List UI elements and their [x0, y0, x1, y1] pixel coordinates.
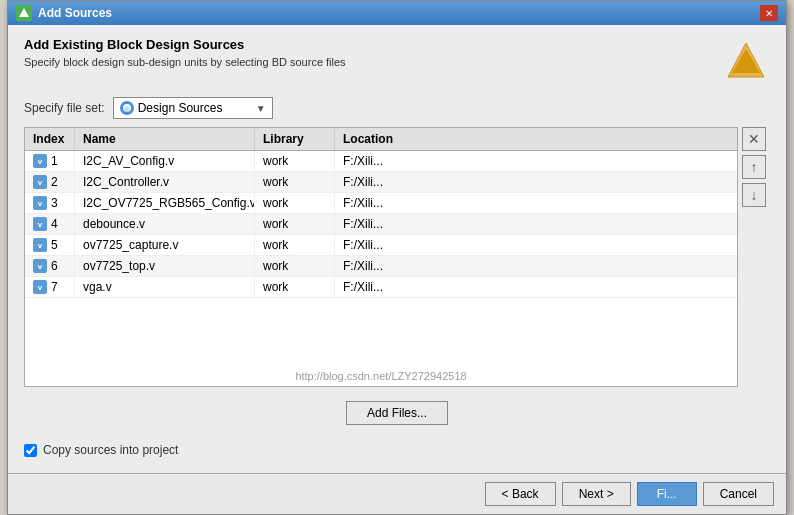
fileset-selected-value: Design Sources	[138, 101, 223, 115]
cell-name: vga.v	[75, 277, 255, 297]
cell-library: work	[255, 214, 335, 234]
index-value: 4	[51, 217, 58, 231]
verilog-file-icon: v	[33, 217, 47, 231]
verilog-file-icon: v	[33, 154, 47, 168]
header-title: Add Existing Block Design Sources	[24, 37, 722, 52]
add-files-row: Add Files...	[24, 395, 770, 431]
cell-index: v6	[25, 256, 75, 276]
back-button[interactable]: < Back	[485, 482, 556, 506]
copy-sources-checkbox[interactable]	[24, 444, 37, 457]
content-area: Add Existing Block Design Sources Specif…	[8, 25, 786, 473]
index-value: 3	[51, 196, 58, 210]
main-area: Index Name Library Location v1I2C_AV_Con…	[24, 127, 770, 387]
move-down-button[interactable]: ↓	[742, 183, 766, 207]
window-title: Add Sources	[38, 6, 112, 20]
cell-library: work	[255, 256, 335, 276]
cell-index: v5	[25, 235, 75, 255]
table-body: v1I2C_AV_Config.vworkF:/Xili...v2I2C_Con…	[25, 151, 737, 366]
watermark-text: http://blog.csdn.net/LZY272942518	[25, 366, 737, 386]
cell-location: F:/Xili...	[335, 214, 737, 234]
header-logo	[722, 37, 770, 85]
table-row[interactable]: v6ov7725_top.vworkF:/Xili...	[25, 256, 737, 277]
cell-name: I2C_Controller.v	[75, 172, 255, 192]
fileset-icon: ◎	[120, 101, 134, 115]
footer: < Back Next > Fi... Cancel	[8, 473, 786, 514]
index-value: 1	[51, 154, 58, 168]
cancel-button[interactable]: Cancel	[703, 482, 774, 506]
table-row[interactable]: v5ov7725_capture.vworkF:/Xili...	[25, 235, 737, 256]
cell-library: work	[255, 235, 335, 255]
side-buttons: ✕ ↑ ↓	[742, 127, 770, 387]
cell-location: F:/Xili...	[335, 193, 737, 213]
header-section: Add Existing Block Design Sources Specif…	[24, 37, 770, 85]
col-header-library: Library	[255, 128, 335, 150]
verilog-file-icon: v	[33, 280, 47, 294]
cell-library: work	[255, 277, 335, 297]
cell-index: v1	[25, 151, 75, 171]
table-row[interactable]: v7vga.vworkF:/Xili...	[25, 277, 737, 298]
cell-name: I2C_AV_Config.v	[75, 151, 255, 171]
add-files-button[interactable]: Add Files...	[346, 401, 448, 425]
index-value: 2	[51, 175, 58, 189]
index-value: 5	[51, 238, 58, 252]
next-button[interactable]: Next >	[562, 482, 631, 506]
file-table: Index Name Library Location v1I2C_AV_Con…	[24, 127, 738, 387]
dropdown-arrow-icon: ▼	[256, 103, 266, 114]
title-bar-left: Add Sources	[16, 5, 112, 21]
close-button[interactable]: ✕	[760, 5, 778, 21]
table-row[interactable]: v2I2C_Controller.vworkF:/Xili...	[25, 172, 737, 193]
index-value: 6	[51, 259, 58, 273]
cell-name: I2C_OV7725_RGB565_Config.v	[75, 193, 255, 213]
cell-index: v4	[25, 214, 75, 234]
cell-location: F:/Xili...	[335, 172, 737, 192]
copy-sources-row: Copy sources into project	[24, 439, 770, 461]
svg-marker-0	[19, 8, 29, 17]
fileset-row: Specify file set: ◎ Design Sources ▼	[24, 97, 770, 119]
cell-location: F:/Xili...	[335, 151, 737, 171]
col-header-name: Name	[75, 128, 255, 150]
verilog-file-icon: v	[33, 175, 47, 189]
table-row[interactable]: v1I2C_AV_Config.vworkF:/Xili...	[25, 151, 737, 172]
cell-location: F:/Xili...	[335, 235, 737, 255]
header-text: Add Existing Block Design Sources Specif…	[24, 37, 722, 68]
cell-index: v3	[25, 193, 75, 213]
main-window: Add Sources ✕ Add Existing Block Design …	[7, 0, 787, 515]
header-description: Specify block design sub-design units by…	[24, 56, 722, 68]
cell-name: ov7725_top.v	[75, 256, 255, 276]
verilog-file-icon: v	[33, 196, 47, 210]
move-up-button[interactable]: ↑	[742, 155, 766, 179]
cell-location: F:/Xili...	[335, 256, 737, 276]
index-value: 7	[51, 280, 58, 294]
copy-sources-label: Copy sources into project	[43, 443, 178, 457]
cell-name: ov7725_capture.v	[75, 235, 255, 255]
fileset-label: Specify file set:	[24, 101, 105, 115]
table-row[interactable]: v4debounce.vworkF:/Xili...	[25, 214, 737, 235]
title-bar: Add Sources ✕	[8, 1, 786, 25]
table-row[interactable]: v3I2C_OV7725_RGB565_Config.vworkF:/Xili.…	[25, 193, 737, 214]
cell-index: v7	[25, 277, 75, 297]
cell-library: work	[255, 151, 335, 171]
table-header: Index Name Library Location	[25, 128, 737, 151]
verilog-file-icon: v	[33, 238, 47, 252]
verilog-file-icon: v	[33, 259, 47, 273]
vivado-logo-icon	[726, 41, 766, 81]
finish-button[interactable]: Fi...	[637, 482, 697, 506]
cell-library: work	[255, 172, 335, 192]
cell-location: F:/Xili...	[335, 277, 737, 297]
svg-text:◎: ◎	[124, 105, 130, 112]
window-icon	[16, 5, 32, 21]
cell-library: work	[255, 193, 335, 213]
fileset-dropdown[interactable]: ◎ Design Sources ▼	[113, 97, 273, 119]
col-header-index: Index	[25, 128, 75, 150]
remove-button[interactable]: ✕	[742, 127, 766, 151]
cell-name: debounce.v	[75, 214, 255, 234]
cell-index: v2	[25, 172, 75, 192]
col-header-location: Location	[335, 128, 737, 150]
